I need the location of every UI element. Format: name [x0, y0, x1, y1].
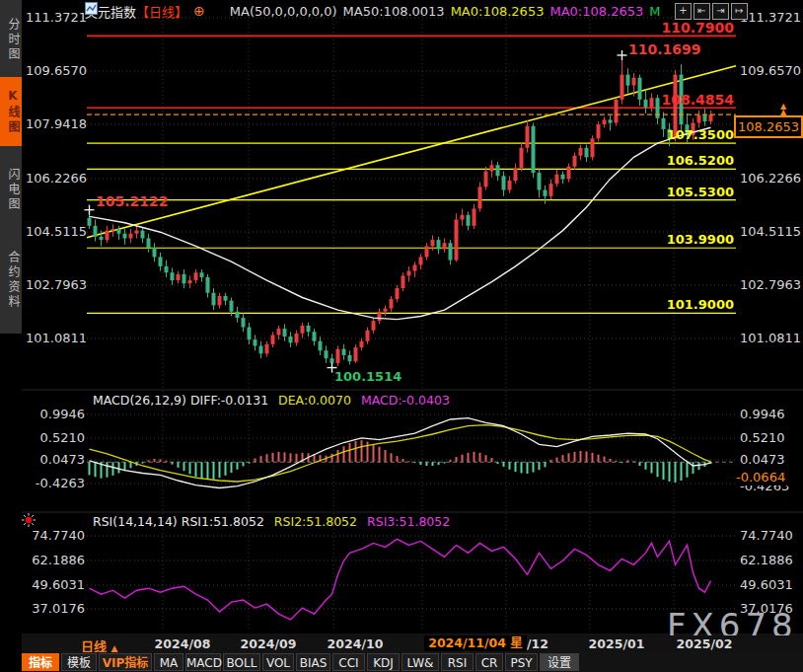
toolbar-item-LW&[interactable]: LW&	[402, 653, 439, 671]
sidebar-tab-合约资料[interactable]: 合约资料	[0, 233, 22, 328]
date-label: 2024/10	[316, 636, 395, 651]
macd-hdr-part: DEA:0.0070	[278, 393, 351, 408]
toolbar-item-VOL[interactable]: VOL	[262, 653, 294, 671]
selected-date-highlight: 2024/11/04 星期一	[424, 635, 527, 651]
toolbar-item-指标[interactable]: 指标	[22, 653, 59, 671]
indicator-chart-icon	[211, 5, 224, 18]
sidebar-tab-K线图[interactable]: K线图	[0, 77, 22, 146]
toolbar-item-BIAS[interactable]: BIAS	[296, 653, 330, 671]
ma0-value-yellow: MA0:108.2653	[451, 4, 545, 19]
pan-right-icon[interactable]: ↦	[731, 3, 748, 20]
ma50-value: MA50:108.0013	[343, 4, 445, 19]
move-icon[interactable]: +	[675, 3, 692, 20]
toolbar-item-MACD[interactable]: MACD	[185, 653, 221, 671]
toolbar-item-KDJ[interactable]: KDJ	[367, 653, 400, 671]
date-label: 2024/09	[229, 636, 308, 651]
price-annotation: 100.1514	[334, 369, 402, 384]
add-indicator-icon[interactable]: ⊕	[193, 3, 205, 19]
date-axis: 2024/082024/092024/10/122025/012025/02	[22, 635, 803, 651]
toolbar-item-BOLL[interactable]: BOLL	[223, 653, 260, 671]
toolbar-item-设置[interactable]: 设置	[540, 653, 579, 671]
sidebar-tab-分时图[interactable]: 分时图	[0, 8, 22, 71]
toolbar-item-CCI[interactable]: CCI	[332, 653, 365, 671]
rsi-hdr-part: RSI2:51.8052	[274, 514, 357, 529]
sidebar-tab-闪电图[interactable]: 闪电图	[0, 152, 22, 227]
level-label: 107.3500	[625, 127, 734, 142]
record-icon	[26, 517, 32, 523]
date-label: 2025/01	[577, 636, 656, 651]
left-sidebar: 分时图K线图闪电图合约资料	[0, 0, 22, 672]
rsi-header: RSI(14,14,14) RSI1:51.8052RSI2:51.8052RS…	[93, 514, 450, 529]
date-label: 2024/08	[143, 636, 222, 651]
macd-current-tag: -0.0664	[736, 470, 799, 485]
ma-settings-label: MA(50,0,0,0,0,0)	[230, 4, 337, 19]
scale-right-icon[interactable]: ⇥	[712, 3, 729, 20]
toolbar-item-模板[interactable]: 模板	[61, 653, 97, 671]
indicator-toolbar: 指标模板VIP指标MAMACDBOLLVOLBIASCCIKDJLW&RSICR…	[22, 652, 803, 672]
chart-app-window: 美元指数 【日线】 ⊕ MA(50,0,0,0,0,0) MA50:108.00…	[0, 0, 803, 672]
macd-hdr-part: MACD:-0.0403	[361, 393, 450, 408]
macd-hdr-part: MACD(26,12,9) DIFF:-0.0131	[93, 393, 268, 408]
macd-header: MACD(26,12,9) DIFF:-0.0131DEA:0.0070MACD…	[93, 393, 450, 408]
level-label: 108.4854	[625, 92, 734, 108]
level-label: 106.5200	[625, 153, 734, 168]
period-tag: 【日线】	[136, 2, 187, 21]
date-label: 2025/02	[665, 636, 744, 651]
level-label: 101.9000	[625, 297, 734, 312]
price-annotation: 110.1699	[628, 41, 701, 57]
level-label: 110.7900	[625, 20, 734, 36]
toolbar-item-MA[interactable]: MA	[154, 653, 183, 671]
level-label: 105.5300	[625, 185, 734, 199]
current-price-tag: 108.2653	[734, 115, 803, 138]
toolbar-item-PSY[interactable]: PSY	[505, 653, 538, 671]
level-label: 103.9900	[625, 232, 734, 247]
toolbar-item-VIP指标[interactable]: VIP指标	[99, 653, 152, 671]
toolbar-item-CR[interactable]: CR	[475, 653, 503, 671]
toolbar-item-RSI[interactable]: RSI	[441, 653, 474, 671]
rsi-hdr-part: RSI3:51.8052	[367, 514, 450, 529]
rsi-hdr-part: RSI(14,14,14) RSI1:51.8052	[93, 514, 264, 529]
price-alert-arrows-icon: ▲▲	[776, 104, 790, 115]
ma-extra: M	[649, 4, 660, 19]
ma0-value-magenta: MA0:108.2653	[549, 4, 643, 19]
scale-left-icon[interactable]: ⇤	[694, 3, 710, 20]
price-annotation: 105.2122	[96, 193, 169, 209]
chart-header: 美元指数 【日线】 ⊕ MA(50,0,0,0,0,0) MA50:108.00…	[85, 2, 660, 20]
